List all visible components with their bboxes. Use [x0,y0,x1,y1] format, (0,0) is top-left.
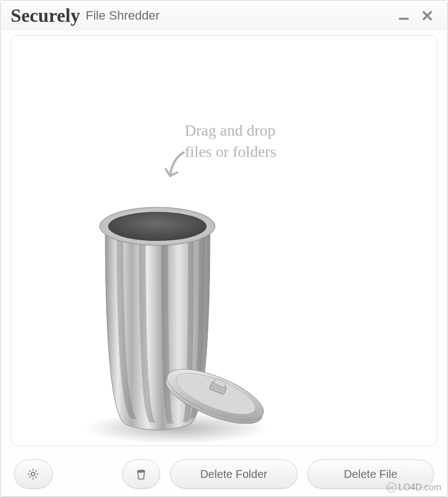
trash-icon [134,467,148,481]
close-button[interactable] [417,6,437,26]
delete-folder-label: Delete Folder [200,468,267,481]
settings-button[interactable] [14,459,53,489]
gear-icon [26,467,40,481]
trash-can-open-icon [78,187,314,445]
hint-arrow-icon [161,148,189,189]
drop-hint-text: Drag and drop files or folders [185,120,276,162]
close-icon [421,10,433,22]
svg-point-11 [31,472,35,476]
drop-zone[interactable]: Drag and drop files or folders [11,35,437,446]
titlebar: Securely File Shredder [1,1,447,31]
cc-icon: cc [386,482,396,493]
watermark-text: LO4D.com [399,482,441,493]
svg-point-5 [108,212,207,241]
delete-folder-button[interactable]: Delete Folder [170,459,297,489]
bottom-toolbar: Delete Folder Delete File [1,452,447,496]
delete-file-label: Delete File [344,468,398,481]
app-title-sub: File Shredder [86,8,160,23]
app-window: Securely File Shredder Drag and drop fil… [0,0,448,497]
empty-trash-button[interactable] [122,459,161,489]
watermark: cc LO4D.com [386,482,441,493]
minimize-button[interactable] [394,6,414,26]
app-title-main: Securely [11,5,80,26]
minimize-icon [398,10,410,22]
